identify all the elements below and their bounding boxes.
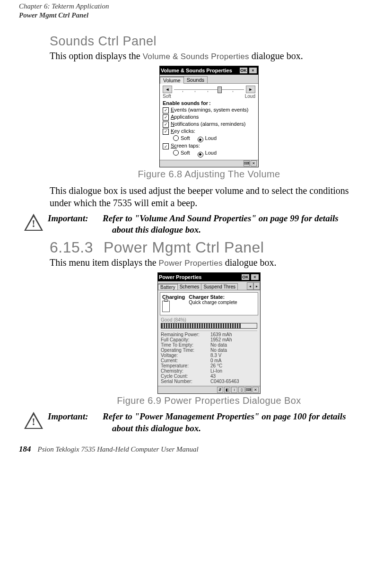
page-header: Chapter 6: Tekterm Application Power Mgm… <box>19 0 373 20</box>
slider-label-loud: Loud <box>245 94 255 99</box>
power-data-value: 1952 mAh <box>210 337 232 342</box>
important-note-sounds: ! Important:Refer to "Volume And Sound P… <box>24 213 368 236</box>
power-data-label: Time To Empty: <box>161 342 210 348</box>
volume-decrease-button[interactable]: ◄ <box>163 86 172 93</box>
tray-signal-icon[interactable]: ◧ <box>224 387 230 393</box>
label-notifications: Notifications (alarms, reminders) <box>171 121 245 127</box>
power-ok-button[interactable]: OK <box>241 274 250 280</box>
power-data-label: Full Capacity: <box>161 337 210 342</box>
tab-scroll-left[interactable]: ◂ <box>247 282 253 290</box>
power-title: Power Properties <box>159 274 240 280</box>
enable-sounds-label: Enable sounds for: <box>163 100 255 106</box>
power-data-row: Full Capacity:1952 mAh <box>161 337 257 342</box>
checkbox-notifications[interactable] <box>163 122 169 128</box>
tray-close-icon[interactable]: ✕ <box>253 387 259 393</box>
power-status-panel: Charging Charger State: Quick charge com… <box>160 292 258 315</box>
power-data-label: Serial Number: <box>161 379 210 384</box>
dialog-title: Volume & Sounds Properties <box>161 68 238 73</box>
close-button[interactable]: × <box>249 67 257 74</box>
important-text-line2: about this dialogue box. <box>112 224 339 236</box>
sip-icon[interactable]: ⌨ <box>244 160 250 166</box>
tab-scroll-right[interactable]: ▸ <box>253 282 260 290</box>
volume-slider[interactable] <box>174 86 244 93</box>
checkbox-applications[interactable] <box>163 114 169 121</box>
dialog-titlebar[interactable]: Volume & Sounds Properties OK × <box>160 66 258 75</box>
charger-state-label: Charger State: <box>189 294 237 300</box>
important-text-line1: Refer to "Power Management Properties" o… <box>103 411 346 421</box>
important-text-line1: Refer to "Volume And Sound Properties" o… <box>103 213 339 223</box>
battery-progress-bar <box>161 323 257 329</box>
tab-sounds[interactable]: Sounds <box>183 76 208 83</box>
power-data-row: Current:0 mA <box>161 358 257 363</box>
tab-suspend-threshold[interactable]: Suspend Thres <box>201 283 238 290</box>
power-data-value: 8.3 V <box>210 353 221 358</box>
header-section: Power Mgmt Ctrl Panel <box>19 11 373 20</box>
power-taskbar: ⇵ ◧ i ▯ ⌨ ✕ <box>158 386 260 393</box>
tab-schemes[interactable]: Schemes <box>177 283 202 290</box>
power-intro-post: dialogue box. <box>223 257 277 268</box>
power-data-value: 43 <box>210 374 216 379</box>
power-data-row: Voltage:8.3 V <box>161 353 257 358</box>
battery-icon <box>162 301 170 312</box>
tray-info-icon[interactable]: i <box>231 387 237 393</box>
charger-state-value: Quick charge complete <box>189 300 237 305</box>
dialog-taskbar: ⌨ ✕ <box>160 160 258 167</box>
important-text-line2: about this dialogue box. <box>112 423 346 435</box>
volume-sounds-dialog: Volume & Sounds Properties OK × Volume S… <box>159 66 259 167</box>
power-data-row: Operating Time:No data <box>161 348 257 353</box>
checkbox-key-clicks[interactable] <box>163 129 169 135</box>
power-data-label: Operating Time: <box>161 348 210 353</box>
power-data-row: Cycle Count:43 <box>161 374 257 379</box>
tab-volume[interactable]: Volume <box>160 77 184 84</box>
volume-slider-row: ◄ ► <box>163 86 255 93</box>
power-data-row: Remaining Power:1639 mAh <box>161 332 257 337</box>
power-data-label: Remaining Power: <box>161 332 210 337</box>
important-label: Important: <box>48 213 103 225</box>
power-data-list: Remaining Power:1639 mAhFull Capacity:19… <box>161 331 257 384</box>
checkbox-events[interactable] <box>163 107 169 113</box>
power-data-label: Current: <box>161 358 210 363</box>
power-data-row: Chemistry:Li-Ion <box>161 368 257 374</box>
power-data-value: No data <box>210 348 227 353</box>
power-data-label: Temperature: <box>161 363 210 368</box>
power-data-row: Serial Number:C0403-65463 <box>161 379 257 384</box>
volume-increase-button[interactable]: ► <box>246 86 255 93</box>
important-note-power: ! Important:Refer to "Power Management P… <box>24 411 368 434</box>
power-close-button[interactable]: × <box>251 274 259 280</box>
power-data-row: Time To Empty:No data <box>161 342 257 348</box>
header-chapter: Chapter 6: Tekterm Application <box>19 2 373 11</box>
radio-key-loud[interactable] <box>198 137 203 142</box>
slider-label-soft: Soft <box>163 94 171 99</box>
power-data-label: Cycle Count: <box>161 374 210 379</box>
important-label: Important: <box>48 411 103 423</box>
label-applications: Applications <box>171 114 199 120</box>
power-data-value: 1639 mAh <box>210 332 232 337</box>
page-footer: 184 Psion Teklogix 7535 Hand-Held Comput… <box>19 444 373 454</box>
radio-screen-soft[interactable] <box>173 150 179 156</box>
power-titlebar[interactable]: Power Properties OK × <box>158 273 260 281</box>
tab-battery[interactable]: Battery <box>158 284 178 290</box>
ok-button[interactable]: OK <box>239 67 248 74</box>
figure-6-9-caption: Figure 6.9 Power Properties Dialogue Box <box>50 395 368 406</box>
tray-icon-1[interactable]: ⇵ <box>217 387 223 393</box>
power-data-value: C0403-65463 <box>210 379 239 384</box>
power-data-row: Temperature:26 °C <box>161 363 257 368</box>
tray-sip-icon[interactable]: ⌨ <box>245 387 252 393</box>
radio-key-soft[interactable] <box>173 135 179 141</box>
sounds-intro-term: Volume & Sounds Properties <box>143 52 249 61</box>
tray-battery-icon[interactable]: ▯ <box>238 387 244 393</box>
power-intro-term: Power Properties <box>159 259 223 268</box>
checkbox-screen-taps[interactable] <box>163 143 169 149</box>
tray-close-icon[interactable]: ✕ <box>251 160 257 166</box>
warning-icon: ! <box>24 412 43 431</box>
power-data-value: 0 mA <box>210 358 221 363</box>
sounds-heading: Sounds Ctrl Panel <box>50 34 368 49</box>
power-data-value: 26 °C <box>210 363 222 368</box>
power-intro: This menu item displays the Power Proper… <box>50 256 368 269</box>
battery-good-label: Good (84%) <box>161 317 257 322</box>
tab-strip: Volume Sounds <box>160 75 258 84</box>
power-data-value: No data <box>210 342 227 348</box>
radio-screen-loud[interactable] <box>198 152 203 157</box>
power-data-label: Chemistry: <box>161 368 210 374</box>
power-data-label: Voltage: <box>161 353 210 358</box>
